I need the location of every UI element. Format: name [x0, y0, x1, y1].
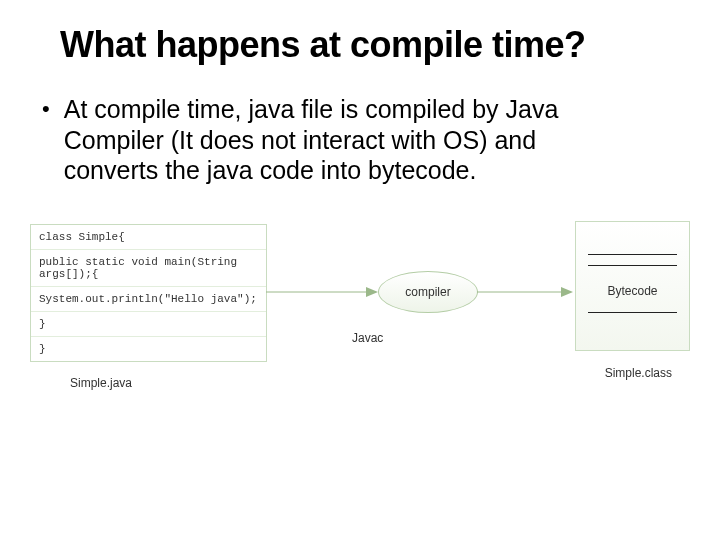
slide-title: What happens at compile time? [60, 24, 660, 66]
code-line: public static void main(String args[]);{ [31, 249, 266, 286]
code-line: } [31, 336, 266, 361]
bytecode-line-icon [588, 312, 677, 313]
slide: What happens at compile time? • At compi… [0, 0, 720, 540]
bytecode-line-icon [588, 254, 677, 255]
svg-marker-3 [561, 287, 573, 297]
svg-marker-1 [366, 287, 378, 297]
arrow-icon [477, 284, 573, 300]
compiler-label: compiler [405, 285, 450, 299]
arrow-icon [266, 284, 378, 300]
source-caption: Simple.java [70, 376, 132, 390]
code-line: class Simple{ [31, 225, 266, 249]
compiler-node: compiler [378, 271, 478, 313]
bytecode-label: Bytecode [586, 284, 679, 298]
javac-label: Javac [352, 331, 383, 345]
bullet-text: At compile time, java file is compiled b… [64, 94, 624, 186]
bytecode-box: Bytecode [575, 221, 690, 351]
compile-diagram: class Simple{ public static void main(St… [30, 216, 690, 426]
bullet-dot-icon: • [42, 94, 50, 124]
code-line: System.out.println("Hello java"); [31, 286, 266, 311]
bullet-item: • At compile time, java file is compiled… [40, 94, 680, 186]
bytecode-line-icon [588, 265, 677, 266]
source-code-box: class Simple{ public static void main(St… [30, 224, 267, 362]
code-line: } [31, 311, 266, 336]
output-caption: Simple.class [605, 366, 672, 380]
